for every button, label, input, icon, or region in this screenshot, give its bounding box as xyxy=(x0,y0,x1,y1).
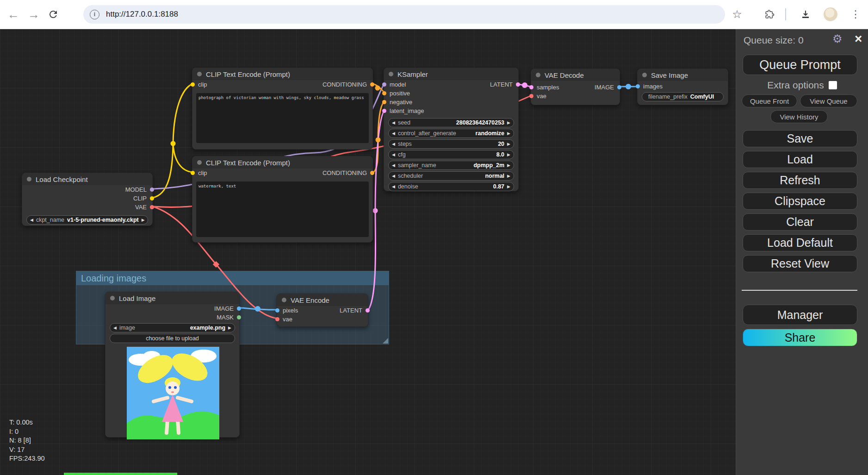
share-button[interactable]: Share xyxy=(743,329,857,346)
output-socket-image[interactable] xyxy=(617,85,621,89)
input-socket-images[interactable] xyxy=(636,84,640,88)
collapse-dot[interactable] xyxy=(389,72,393,76)
input-socket-vae[interactable] xyxy=(275,317,279,321)
next-arrow-icon[interactable]: ▶ xyxy=(228,325,231,330)
prompt-textarea[interactable]: photograph of victorian woman with wings… xyxy=(196,93,369,143)
widget-image-select[interactable]: ◀imageexample.png▶ xyxy=(110,323,235,332)
prev-arrow-icon[interactable]: ◀ xyxy=(113,325,117,330)
address-bar[interactable]: i http://127.0.0.1:8188 xyxy=(83,5,725,24)
extra-options-checkbox[interactable] xyxy=(829,81,837,89)
collapse-dot[interactable] xyxy=(27,177,31,181)
collapse-dot[interactable] xyxy=(282,298,286,302)
reload-icon[interactable] xyxy=(46,7,60,21)
group-title[interactable]: Loading images xyxy=(76,271,389,285)
output-socket-model[interactable] xyxy=(150,188,154,192)
collapse-dot[interactable] xyxy=(110,296,115,300)
widget-control-after-generate[interactable]: ◀control_after_generaterandomize▶ xyxy=(388,129,514,138)
node-title: Load Checkpoint xyxy=(36,175,88,183)
input-socket-samples[interactable] xyxy=(529,85,533,89)
input-socket-clip[interactable] xyxy=(191,82,195,87)
queue-prompt-button[interactable]: Queue Prompt xyxy=(743,55,857,75)
widget-seed[interactable]: ◀seed280823642470253▶ xyxy=(388,118,514,127)
output-socket-mask[interactable] xyxy=(237,315,241,319)
widget-denoise[interactable]: ◀denoise0.87▶ xyxy=(388,182,514,191)
queue-size-label: Queue size: 0 xyxy=(744,35,804,46)
prompt-textarea[interactable]: watermark, text xyxy=(196,181,369,237)
output-socket-latent[interactable] xyxy=(366,308,370,312)
settings-gear-icon[interactable]: ⚙ xyxy=(832,32,843,45)
output-socket-latent[interactable] xyxy=(516,82,520,87)
node-load-checkpoint[interactable]: Load Checkpoint MODEL CLIP VAE ◀ckpt_nam… xyxy=(22,173,153,226)
input-socket-negative[interactable] xyxy=(382,100,386,104)
back-icon[interactable]: ← xyxy=(6,7,20,21)
input-socket-clip[interactable] xyxy=(191,171,195,175)
prev-arrow-icon[interactable]: ◀ xyxy=(392,120,395,125)
download-icon[interactable] xyxy=(799,7,812,21)
collapse-dot[interactable] xyxy=(536,73,540,77)
prev-arrow-icon[interactable]: ◀ xyxy=(392,152,395,157)
next-arrow-icon[interactable]: ▶ xyxy=(507,163,510,168)
choose-file-button[interactable]: choose file to upload xyxy=(110,334,235,343)
output-socket-conditioning[interactable] xyxy=(370,82,374,87)
collapse-dot[interactable] xyxy=(197,160,202,165)
node-clip-text-encode-positive[interactable]: CLIP Text Encode (Prompt) clipCONDITIONI… xyxy=(192,68,373,150)
next-arrow-icon[interactable]: ▶ xyxy=(507,174,510,178)
forward-icon[interactable]: → xyxy=(27,7,41,21)
close-icon[interactable]: × xyxy=(855,31,862,46)
view-history-button[interactable]: View History xyxy=(770,110,828,123)
next-arrow-icon[interactable]: ▶ xyxy=(142,218,145,222)
input-socket-vae[interactable] xyxy=(529,94,533,98)
widget-filename-prefix[interactable]: filename_prefixComfyUI xyxy=(642,92,724,101)
prev-arrow-icon[interactable]: ◀ xyxy=(392,163,395,168)
input-socket-model[interactable] xyxy=(382,82,386,87)
prev-arrow-icon[interactable]: ◀ xyxy=(30,218,33,222)
next-arrow-icon[interactable]: ▶ xyxy=(507,131,510,136)
input-socket-pixels[interactable] xyxy=(275,308,279,312)
site-info-icon[interactable]: i xyxy=(90,10,99,19)
load-button[interactable]: Load xyxy=(743,151,857,168)
view-queue-button[interactable]: View Queue xyxy=(800,94,857,107)
profile-avatar[interactable] xyxy=(824,7,837,21)
extensions-icon[interactable] xyxy=(763,7,776,21)
node-clip-text-encode-negative[interactable]: CLIP Text Encode (Prompt) clipCONDITIONI… xyxy=(192,156,373,243)
widget-sampler-name[interactable]: ◀sampler_namedpmpp_2m▶ xyxy=(388,161,514,170)
clipspace-button[interactable]: Clipspace xyxy=(743,193,857,210)
node-ksampler[interactable]: KSampler modelLATENT positive negative l… xyxy=(384,68,519,191)
collapse-dot[interactable] xyxy=(197,72,202,76)
output-socket-clip[interactable] xyxy=(150,196,154,200)
output-socket-vae[interactable] xyxy=(150,205,154,209)
load-default-button[interactable]: Load Default xyxy=(743,234,857,251)
stat-line: I: 0 xyxy=(9,427,45,437)
node-save-image[interactable]: Save Image images filename_prefixComfyUI xyxy=(637,69,728,105)
output-socket-conditioning[interactable] xyxy=(370,171,374,175)
node-vae-decode[interactable]: VAE Decode samplesIMAGE vae xyxy=(531,69,620,105)
bookmark-star-icon[interactable]: ☆ xyxy=(730,7,744,21)
reset-view-button[interactable]: Reset View xyxy=(743,255,857,272)
manager-button[interactable]: Manager xyxy=(743,305,857,325)
clear-button[interactable]: Clear xyxy=(743,213,857,231)
widget-steps[interactable]: ◀steps20▶ xyxy=(388,139,514,149)
input-socket-latent-image[interactable] xyxy=(382,109,386,113)
widget-scheduler[interactable]: ◀schedulernormal▶ xyxy=(388,171,514,181)
node-vae-encode[interactable]: VAE Encode pixelsLATENT vae xyxy=(277,294,368,327)
prev-arrow-icon[interactable]: ◀ xyxy=(392,174,395,178)
output-socket-image[interactable] xyxy=(237,306,241,311)
save-button[interactable]: Save xyxy=(743,130,857,147)
next-arrow-icon[interactable]: ▶ xyxy=(507,152,510,157)
prev-arrow-icon[interactable]: ◀ xyxy=(392,131,395,136)
widget-cfg[interactable]: ◀cfg8.0▶ xyxy=(388,150,514,159)
refresh-button[interactable]: Refresh xyxy=(743,172,857,189)
widget-ckpt-name[interactable]: ◀ckpt_namev1-5-pruned-emaonly.ckpt▶ xyxy=(26,215,148,225)
node-load-image[interactable]: Load Image IMAGE MASK ◀imageexample.png▶… xyxy=(105,292,240,438)
prev-arrow-icon[interactable]: ◀ xyxy=(392,184,395,189)
next-arrow-icon[interactable]: ▶ xyxy=(507,120,510,125)
browser-menu-icon[interactable]: ⋮ xyxy=(849,7,862,21)
collapse-dot[interactable] xyxy=(642,73,647,77)
next-arrow-icon[interactable]: ▶ xyxy=(507,142,510,146)
group-resize-handle[interactable] xyxy=(383,338,388,344)
prev-arrow-icon[interactable]: ◀ xyxy=(392,142,395,146)
input-label-negative: negative xyxy=(390,99,412,106)
input-socket-positive[interactable] xyxy=(382,91,386,95)
queue-front-button[interactable]: Queue Front xyxy=(742,94,797,107)
next-arrow-icon[interactable]: ▶ xyxy=(507,184,510,189)
